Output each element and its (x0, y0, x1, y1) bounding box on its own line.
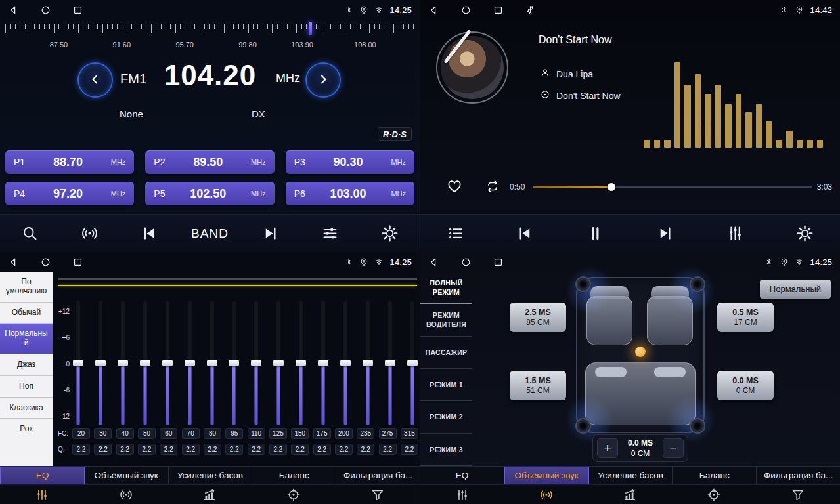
fc-value[interactable]: 235 (357, 428, 374, 439)
delay-front-left[interactable]: 2.5 MS85 CM (510, 303, 566, 332)
eq-band-50[interactable] (139, 301, 151, 425)
tab-filter[interactable]: Фильтрация ба... (336, 467, 420, 484)
preset-p4[interactable]: P497.20MHz (5, 182, 134, 205)
surround-mode-4[interactable]: РЕЖИМ 2 (420, 401, 472, 433)
surround-mode-5[interactable]: РЕЖИМ 3 (420, 434, 472, 466)
home-button[interactable] (40, 5, 51, 16)
eq-icon[interactable] (420, 485, 504, 504)
eq-preset-0[interactable]: По умолчанию (0, 272, 53, 303)
slider-handle[interactable] (162, 360, 173, 366)
eq-band-80[interactable] (206, 301, 218, 425)
eq-band-95[interactable] (228, 301, 240, 425)
eq-preset-3[interactable]: Джаз (0, 354, 53, 376)
bass-icon[interactable] (168, 485, 252, 504)
q-value[interactable]: 2.2 (94, 444, 112, 455)
prev-station-button[interactable] (131, 219, 167, 248)
surround-mode-3[interactable]: РЕЖИМ 1 (420, 369, 472, 401)
preset-p2[interactable]: P289.50MHz (145, 150, 274, 174)
q-value[interactable]: 2.2 (335, 444, 353, 455)
eq-band-40[interactable] (117, 301, 129, 425)
fc-value[interactable]: 80 (204, 428, 221, 439)
surround-mode-1[interactable]: РЕЖИМ ВОДИТЕЛЯ (420, 304, 472, 336)
slider-handle[interactable] (363, 360, 373, 366)
slider-handle[interactable] (407, 360, 418, 366)
surround-icon[interactable] (504, 485, 588, 504)
playlist-button[interactable] (437, 219, 473, 248)
filter-icon[interactable] (756, 485, 840, 504)
eq-preset-6[interactable]: Рок (0, 419, 53, 440)
q-value[interactable]: 2.2 (269, 444, 287, 455)
favorite-button[interactable] (447, 178, 462, 196)
band-button[interactable]: BAND (191, 219, 229, 248)
filter-icon[interactable] (336, 485, 420, 504)
listening-position-dot[interactable] (635, 346, 646, 357)
back-button[interactable] (428, 257, 439, 268)
tab-filter[interactable]: Фильтрация ба... (757, 467, 840, 484)
delay-front-right[interactable]: 0.5 MS17 CM (717, 303, 774, 332)
scan-button[interactable] (72, 219, 107, 248)
search-button[interactable] (12, 219, 47, 248)
next-station-button[interactable] (253, 219, 288, 248)
q-value[interactable]: 2.2 (248, 444, 265, 455)
surround-icon[interactable] (84, 485, 168, 504)
repeat-button[interactable] (485, 178, 500, 196)
fc-value[interactable]: 315 (401, 428, 418, 439)
q-value[interactable]: 2.2 (116, 444, 134, 455)
tune-up-button[interactable] (305, 62, 341, 98)
tab-surround[interactable]: Объёмный звук (85, 467, 169, 484)
next-track-button[interactable] (648, 219, 683, 248)
slider-handle[interactable] (318, 360, 328, 366)
audio-settings-button[interactable] (313, 219, 348, 248)
eq-band-175[interactable] (317, 301, 329, 425)
slider-handle[interactable] (385, 360, 395, 366)
eq-band-235[interactable] (362, 301, 374, 425)
eq-band-200[interactable] (340, 301, 351, 425)
fc-value[interactable]: 95 (225, 428, 243, 439)
preset-p6[interactable]: P6103.00MHz (286, 182, 414, 205)
q-value[interactable]: 2.2 (313, 444, 331, 455)
fc-value[interactable]: 275 (379, 428, 397, 439)
bass-icon[interactable] (588, 485, 673, 504)
surround-mode-2[interactable]: ПАССАЖИР (420, 337, 472, 369)
preset-p3[interactable]: P390.30MHz (286, 150, 414, 174)
tab-balance[interactable]: Баланс (673, 467, 757, 484)
tune-down-button[interactable] (77, 62, 113, 98)
sound-profile-button[interactable]: Нормальный (760, 280, 831, 299)
slider-handle[interactable] (73, 360, 83, 366)
preset-p5[interactable]: P5102.50MHz (145, 182, 274, 205)
delay-rear-left[interactable]: 1.5 MS51 CM (510, 371, 566, 400)
q-value[interactable]: 2.2 (182, 444, 200, 455)
fc-value[interactable]: 40 (116, 428, 134, 439)
fc-value[interactable]: 30 (94, 428, 112, 439)
frequency-ruler[interactable]: 87.5091.6095.7099.80103.90108.00 (0, 21, 420, 54)
q-value[interactable]: 2.2 (72, 444, 90, 455)
tab-surround[interactable]: Объёмный звук (504, 467, 589, 484)
balance-icon[interactable] (672, 485, 756, 504)
eq-preset-1[interactable]: Обычай (0, 303, 53, 324)
eq-band-60[interactable] (162, 301, 173, 425)
eq-icon[interactable] (0, 485, 84, 504)
fc-value[interactable]: 125 (269, 428, 287, 439)
balance-icon[interactable] (252, 485, 336, 504)
q-value[interactable]: 2.2 (401, 444, 418, 455)
q-value[interactable]: 2.2 (160, 444, 177, 455)
slider-handle[interactable] (207, 360, 217, 366)
eq-band-150[interactable] (295, 301, 307, 425)
tab-eq[interactable]: EQ (420, 467, 504, 484)
back-button[interactable] (8, 5, 19, 16)
eq-band-275[interactable] (384, 301, 396, 425)
delay-decrease-button[interactable]: − (663, 438, 684, 458)
fc-value[interactable]: 70 (182, 428, 200, 439)
seek-bar-knob[interactable] (608, 183, 615, 191)
fc-value[interactable]: 175 (313, 428, 331, 439)
home-button[interactable] (460, 257, 472, 268)
slider-handle[interactable] (251, 360, 261, 366)
slider-handle[interactable] (118, 360, 128, 366)
settings-button[interactable] (372, 219, 407, 248)
delay-increase-button[interactable]: + (597, 438, 618, 458)
q-value[interactable]: 2.2 (291, 444, 309, 455)
slider-handle[interactable] (229, 360, 239, 366)
slider-handle[interactable] (340, 360, 351, 366)
eq-preset-4[interactable]: Поп (0, 376, 53, 398)
fc-value[interactable]: 50 (138, 428, 156, 439)
